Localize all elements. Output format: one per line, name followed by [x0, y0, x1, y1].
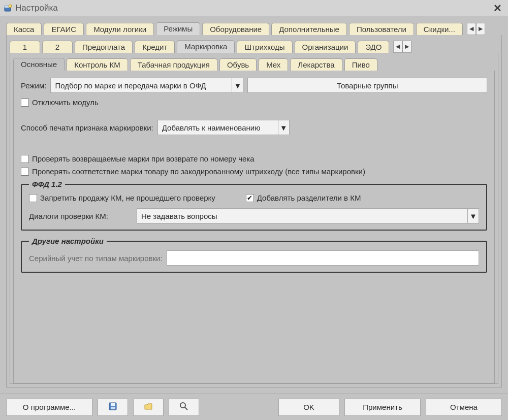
- serial-label: Серийный учет по типам маркировки:: [29, 254, 163, 263]
- svg-rect-4: [111, 403, 115, 406]
- tab-equipment[interactable]: Оборудование: [202, 23, 269, 35]
- window-title: Настройка: [15, 3, 58, 13]
- tab-marking[interactable]: Маркировка: [177, 40, 235, 53]
- fieldset-ffd: ФФД 1.2 Запретить продажу КМ, не прошедш…: [21, 180, 487, 231]
- floppy-icon: [108, 402, 117, 412]
- checkbox-box: [21, 99, 29, 107]
- tab-credit[interactable]: Кредит: [135, 41, 175, 53]
- tab-additional[interactable]: Дополнительные: [271, 23, 347, 35]
- open-button[interactable]: [133, 399, 164, 416]
- tabs-top: Касса ЕГАИС Модули логики Режимы Оборудо…: [6, 22, 502, 35]
- dialogs-label: Диалоги проверки КМ:: [29, 212, 108, 220]
- tab-logic-modules[interactable]: Модули логики: [86, 23, 154, 35]
- checkbox-forbid-sale[interactable]: Запретить продажу КМ, не прошедшего пров…: [29, 193, 215, 202]
- tabs-mid-scroll-right[interactable]: ▶: [402, 41, 411, 53]
- checkbox-disable-module[interactable]: Отключить модуль: [21, 98, 487, 107]
- window-icon: [4, 4, 12, 12]
- checkbox-box: ✔: [246, 194, 254, 202]
- folder-icon: [144, 402, 153, 412]
- title-bar: Настройка ✕: [0, 0, 508, 16]
- checkbox-box: [29, 194, 37, 202]
- search-button[interactable]: [169, 399, 199, 416]
- tabs-top-scroll-left[interactable]: ◀: [467, 23, 476, 35]
- fieldset-other: Другие настройки Серийный учет по типам …: [21, 237, 487, 273]
- tabs-mid-scroll-left[interactable]: ◀: [393, 41, 402, 53]
- tabs-top-scroll-right[interactable]: ▶: [476, 23, 485, 35]
- mode-label: Режим:: [21, 81, 46, 90]
- chevron-down-icon: ▼: [467, 209, 479, 223]
- tab-fur[interactable]: Мех: [259, 58, 288, 71]
- checkbox-check-mark-match[interactable]: Проверять соответствие марки товару по з…: [21, 167, 487, 176]
- svg-line-7: [185, 407, 187, 410]
- dialogs-select[interactable]: Не задавать вопросы ▼: [137, 208, 479, 223]
- svg-point-2: [9, 5, 12, 8]
- tab-shoes[interactable]: Обувь: [219, 58, 257, 71]
- tab-beer[interactable]: Пиво: [344, 58, 377, 71]
- tab-edo[interactable]: ЭДО: [358, 41, 389, 53]
- tab-2[interactable]: 2: [42, 41, 73, 53]
- tab-users[interactable]: Пользователи: [349, 23, 414, 35]
- bottom-bar: О программе... OK Применить Отмена: [0, 394, 508, 420]
- tab-drugs[interactable]: Лекарства: [290, 58, 342, 71]
- apply-button[interactable]: Применить: [344, 399, 421, 416]
- cancel-button[interactable]: Отмена: [426, 399, 502, 416]
- other-legend: Другие настройки: [29, 237, 107, 245]
- svg-rect-5: [111, 407, 115, 409]
- checkbox-box: [21, 155, 29, 163]
- tab-discounts[interactable]: Скидки...: [416, 23, 463, 35]
- ffd-legend: ФФД 1.2: [29, 180, 65, 188]
- pane-main: Режим: Подбор по марке и передача марки …: [13, 71, 495, 383]
- tab-organizations[interactable]: Организации: [295, 41, 356, 53]
- svg-point-6: [180, 403, 185, 408]
- mode-select[interactable]: Подбор по марке и передача марки в ОФД ▼: [50, 78, 243, 93]
- tabs-mid: 1 2 Предоплата Кредит Маркировка Штрихко…: [10, 40, 498, 53]
- about-button[interactable]: О программе...: [6, 399, 92, 416]
- print-method-select[interactable]: Добавлять к наименованию ▼: [157, 120, 290, 135]
- chevron-down-icon: ▼: [278, 120, 289, 135]
- checkbox-check-return-marks[interactable]: Проверять возвращаемые марки при возврат…: [21, 154, 487, 163]
- tab-prepay[interactable]: Предоплата: [75, 41, 133, 53]
- chevron-down-icon: ▼: [232, 78, 243, 92]
- tab-main[interactable]: Основные: [13, 58, 65, 71]
- search-icon: [179, 402, 188, 412]
- save-button[interactable]: [98, 399, 128, 416]
- tab-1[interactable]: 1: [10, 41, 40, 53]
- tab-kassa[interactable]: Касса: [6, 23, 42, 35]
- print-method-label: Способ печати признака маркировки:: [21, 123, 153, 132]
- close-icon[interactable]: ✕: [491, 2, 504, 14]
- tab-tobacco[interactable]: Табачная продукция: [130, 58, 217, 71]
- tab-egais[interactable]: ЕГАИС: [44, 23, 84, 35]
- tabs-sub: Основные Контроль КМ Табачная продукция …: [13, 58, 495, 71]
- tab-barcodes[interactable]: Штрихкоды: [237, 41, 292, 53]
- checkbox-add-separators[interactable]: ✔ Добавлять разделители в КМ: [246, 193, 361, 202]
- tab-km-control[interactable]: Контроль КМ: [67, 58, 128, 71]
- product-groups-button[interactable]: Товарные группы: [247, 78, 487, 93]
- serial-input[interactable]: [167, 250, 479, 266]
- ok-button[interactable]: OK: [278, 399, 339, 416]
- tab-modes[interactable]: Режимы: [156, 22, 200, 35]
- checkbox-box: [21, 168, 29, 176]
